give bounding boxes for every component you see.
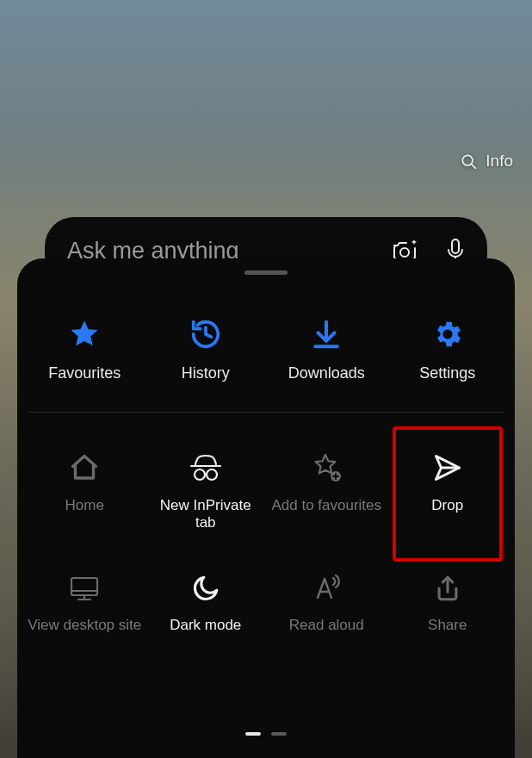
- menu-label: View desktop site: [28, 617, 141, 634]
- view-desktop-site-item[interactable]: View desktop site: [24, 553, 145, 655]
- svg-line-1: [472, 165, 476, 169]
- drag-handle[interactable]: [244, 270, 288, 275]
- home-item[interactable]: Home: [24, 432, 145, 553]
- incognito-icon: [189, 452, 223, 483]
- svg-point-9: [207, 469, 217, 480]
- search-icon: [460, 152, 477, 170]
- send-icon: [431, 452, 464, 483]
- share-item[interactable]: Share: [387, 553, 509, 655]
- star-add-icon: [310, 452, 343, 483]
- drop-item[interactable]: Drop: [387, 432, 509, 553]
- gear-icon: [431, 318, 464, 351]
- menu-label: Share: [428, 617, 467, 634]
- downloads-item[interactable]: Downloads: [266, 311, 387, 389]
- home-icon: [69, 452, 100, 483]
- menu-label: New InPrivate tab: [149, 497, 263, 532]
- menu-label: Downloads: [288, 364, 365, 382]
- highlight-box: [393, 426, 504, 562]
- moon-icon: [191, 574, 220, 603]
- read-aloud-icon: [310, 574, 343, 603]
- menu-label: Drop: [431, 497, 463, 514]
- info-label: Info: [486, 152, 513, 171]
- favourites-item[interactable]: Favourites: [24, 311, 145, 389]
- dark-mode-item[interactable]: Dark mode: [145, 553, 267, 655]
- grid-row-2: View desktop site Dark mode: [17, 553, 515, 655]
- grid-row-1: Home New InPrivate tab: [17, 432, 515, 553]
- menu-label: Settings: [419, 364, 475, 382]
- primary-row: Favourites History Downloads: [17, 292, 515, 412]
- svg-rect-3: [452, 239, 459, 253]
- add-to-favourites-item[interactable]: Add to favourites: [266, 432, 387, 553]
- desktop-icon: [68, 574, 101, 603]
- download-icon: [310, 318, 343, 351]
- history-icon: [189, 318, 222, 351]
- menu-label: Favourites: [48, 364, 121, 382]
- new-inprivate-tab-item[interactable]: New InPrivate tab: [145, 432, 267, 553]
- svg-rect-12: [71, 578, 97, 595]
- settings-item[interactable]: Settings: [387, 311, 509, 389]
- menu-panel: Favourites History Downloads: [17, 258, 515, 758]
- svg-point-8: [195, 469, 205, 480]
- menu-label: Home: [65, 497, 104, 514]
- read-aloud-item[interactable]: Read aloud: [266, 553, 387, 655]
- history-item[interactable]: History: [145, 311, 267, 389]
- info-button[interactable]: Info: [460, 152, 513, 171]
- page-indicator[interactable]: [245, 732, 287, 736]
- menu-label: Read aloud: [289, 617, 364, 634]
- svg-point-2: [400, 248, 409, 257]
- menu-label: Add to favourites: [271, 497, 381, 514]
- menu-label: Dark mode: [170, 617, 241, 634]
- star-icon: [68, 318, 101, 351]
- page-dot-inactive: [271, 732, 287, 736]
- page-dot-active: [245, 732, 261, 736]
- share-icon: [433, 574, 462, 603]
- menu-label: History: [182, 364, 230, 382]
